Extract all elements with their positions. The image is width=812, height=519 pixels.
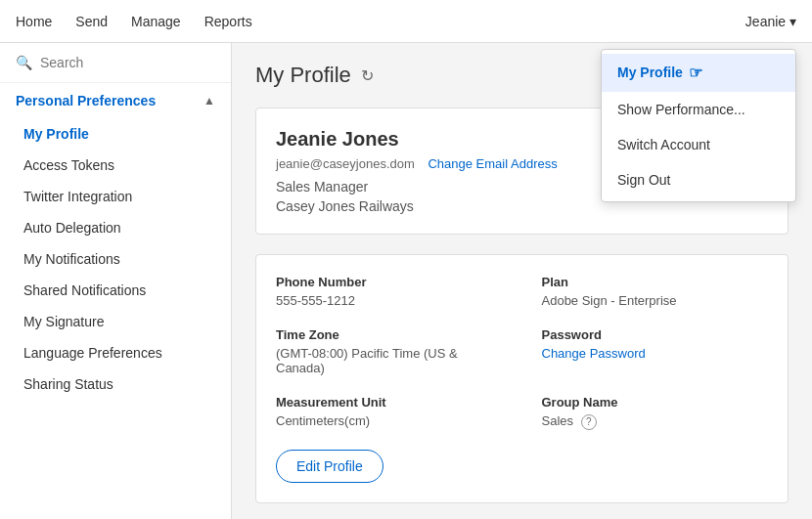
top-nav: Home Send Manage Reports Jeanie ▾ My Pro… — [0, 0, 812, 43]
change-email-link[interactable]: Change Email Address — [428, 156, 557, 171]
sidebar-search-container: 🔍 — [0, 43, 231, 83]
sidebar-item-shared-notifications[interactable]: Shared Notifications — [0, 275, 231, 306]
detail-plan: Plan Adobe Sign - Enterprise — [542, 275, 769, 308]
dropdown-my-profile[interactable]: My Profile ☞ — [602, 54, 795, 92]
sidebar: 🔍 Personal Preferences ▲ My Profile Acce… — [0, 43, 232, 519]
detail-timezone: Time Zone (GMT-08:00) Pacific Time (US &… — [276, 327, 503, 375]
change-password-link[interactable]: Change Password — [542, 346, 646, 361]
dropdown-menu: My Profile ☞ Show Performance... Switch … — [601, 49, 796, 202]
sidebar-section-title: Personal Preferences — [16, 93, 156, 108]
nav-home[interactable]: Home — [16, 10, 52, 33]
details-grid: Phone Number 555-555-1212 Plan Adobe Sig… — [276, 275, 768, 430]
dropdown-switch-account[interactable]: Switch Account — [602, 127, 795, 162]
detail-password: Password Change Password — [542, 327, 769, 375]
page-title: My Profile — [255, 63, 351, 88]
cursor-icon: ☞ — [689, 64, 702, 82]
nav-send[interactable]: Send — [75, 10, 108, 33]
group-name-value: Sales — [542, 413, 574, 428]
user-menu[interactable]: Jeanie ▾ My Profile ☞ Show Performance..… — [745, 14, 796, 29]
profile-details-card: Phone Number 555-555-1212 Plan Adobe Sig… — [255, 254, 789, 503]
refresh-icon[interactable]: ↻ — [361, 66, 374, 85]
group-help-icon[interactable]: ? — [581, 414, 597, 430]
sidebar-section-header: Personal Preferences ▲ — [0, 83, 231, 114]
dropdown-show-performance[interactable]: Show Performance... — [602, 92, 795, 127]
sidebar-item-my-signature[interactable]: My Signature — [0, 306, 231, 337]
search-icon: 🔍 — [16, 55, 32, 70]
sidebar-item-my-notifications[interactable]: My Notifications — [0, 243, 231, 275]
dropdown-sign-out[interactable]: Sign Out — [602, 162, 795, 197]
search-input[interactable] — [40, 55, 215, 70]
sidebar-item-access-tokens[interactable]: Access Tokens — [0, 150, 231, 181]
detail-group: Group Name Sales ? — [542, 395, 769, 430]
detail-phone: Phone Number 555-555-1212 — [276, 275, 503, 308]
sidebar-nav: My Profile Access Tokens Twitter Integra… — [0, 114, 231, 404]
sidebar-item-sharing-status[interactable]: Sharing Status — [0, 368, 231, 400]
chevron-up-icon[interactable]: ▲ — [203, 94, 215, 108]
user-button[interactable]: Jeanie ▾ — [745, 14, 796, 29]
detail-measurement: Measurement Unit Centimeters(cm) — [276, 395, 503, 430]
edit-profile-button[interactable]: Edit Profile — [276, 450, 383, 483]
nav-manage[interactable]: Manage — [131, 10, 181, 33]
nav-reports[interactable]: Reports — [204, 10, 252, 33]
sidebar-item-auto-delegation[interactable]: Auto Delegation — [0, 212, 231, 243]
sidebar-item-twitter-integration[interactable]: Twitter Integration — [0, 181, 231, 212]
profile-email-address: jeanie@caseyjones.dom — [276, 156, 415, 171]
nav-items-left: Home Send Manage Reports — [16, 10, 252, 33]
sidebar-item-language-preferences[interactable]: Language Preferences — [0, 337, 231, 368]
sidebar-item-my-profile[interactable]: My Profile — [0, 118, 231, 150]
